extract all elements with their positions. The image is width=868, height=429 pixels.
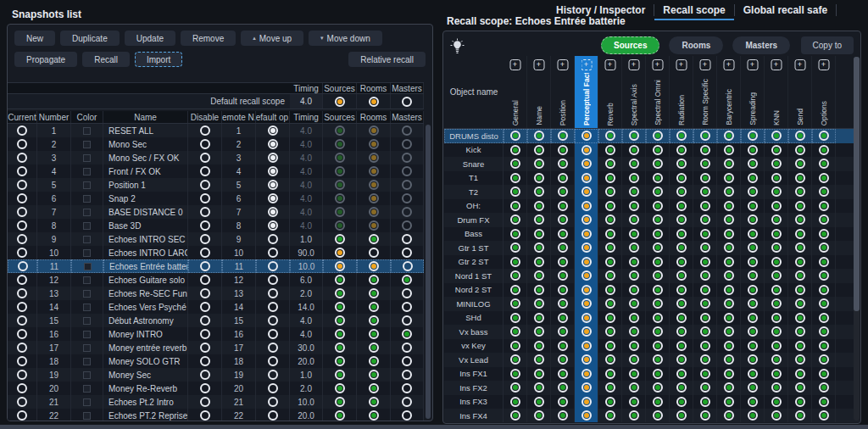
scope-dot[interactable] — [581, 298, 592, 309]
scope-dot[interactable] — [581, 410, 592, 421]
matrix-scrollbar[interactable] — [854, 57, 860, 421]
scope-dot[interactable] — [748, 145, 758, 155]
scope-dot[interactable] — [795, 341, 805, 351]
relative-recall-button[interactable]: Relative recall — [348, 52, 426, 67]
scope-dot[interactable] — [676, 257, 687, 267]
scope-dot[interactable] — [676, 131, 687, 141]
scope-dot[interactable] — [700, 257, 710, 267]
scope-dot[interactable] — [605, 131, 615, 141]
rooms-scope-dot[interactable] — [369, 193, 379, 203]
scope-dot[interactable] — [819, 187, 829, 197]
current-radio[interactable] — [17, 383, 27, 393]
snapshot-row[interactable]: 6Snap 264.0 — [8, 192, 424, 205]
current-radio[interactable] — [17, 288, 27, 298]
current-radio[interactable] — [17, 234, 27, 244]
current-radio[interactable] — [17, 153, 27, 163]
default-op-radio[interactable] — [268, 220, 278, 231]
scope-dot[interactable] — [700, 145, 710, 155]
scope-dot[interactable] — [629, 214, 639, 225]
disable-radio[interactable] — [200, 315, 210, 326]
scope-dot[interactable] — [748, 257, 758, 267]
scope-dot[interactable] — [558, 187, 568, 197]
masters-scope-dot[interactable] — [402, 139, 412, 149]
sources-scope-dot[interactable] — [335, 180, 345, 190]
sources-scope-dot[interactable] — [335, 207, 345, 217]
scope-dot[interactable] — [653, 229, 663, 239]
scope-dot[interactable] — [795, 242, 805, 253]
matrix-row[interactable]: vx Key — [444, 339, 860, 354]
scope-dot[interactable] — [748, 382, 758, 393]
current-radio[interactable] — [18, 261, 28, 271]
disable-radio[interactable] — [200, 302, 210, 312]
scope-dot[interactable] — [558, 131, 568, 141]
scope-dot[interactable] — [510, 242, 520, 253]
matrix-row[interactable]: SHd — [444, 311, 860, 326]
scope-dot[interactable] — [700, 214, 710, 225]
scope-dot[interactable] — [653, 285, 663, 295]
scope-dot[interactable] — [605, 187, 615, 197]
sources-scope-dot[interactable] — [335, 234, 345, 244]
scope-dot[interactable] — [534, 313, 544, 323]
masters-scope-dot[interactable] — [402, 370, 412, 380]
scope-dot[interactable] — [771, 313, 782, 323]
update-button[interactable]: Update — [125, 31, 175, 46]
masters-scope-dot[interactable] — [402, 180, 412, 190]
scope-dot[interactable] — [771, 298, 782, 309]
scope-dot[interactable] — [653, 298, 663, 309]
color-swatch[interactable] — [83, 141, 91, 148]
masters-scope-dot[interactable] — [402, 302, 412, 312]
scope-dot[interactable] — [748, 326, 758, 337]
snapshot-row[interactable]: 15Début Astronomy154.0 — [8, 314, 424, 327]
masters-scope-dot[interactable] — [402, 125, 412, 136]
scope-dot[interactable] — [653, 410, 663, 421]
scope-dot[interactable] — [629, 270, 639, 281]
scope-dot[interactable] — [605, 313, 615, 323]
scope-dot[interactable] — [510, 285, 520, 295]
rooms-scope-dot[interactable] — [369, 302, 379, 312]
sources-scope-dot[interactable] — [335, 139, 345, 149]
scope-dot[interactable] — [748, 187, 758, 197]
scope-dot[interactable] — [700, 298, 710, 309]
scope-dot[interactable] — [605, 326, 615, 337]
sources-scope-dot[interactable] — [335, 220, 345, 231]
scope-dot[interactable] — [748, 173, 758, 183]
scope-dot[interactable] — [605, 285, 615, 295]
masters-scope-dot[interactable] — [402, 383, 412, 393]
scope-dot[interactable] — [819, 214, 829, 225]
scope-dot[interactable] — [605, 410, 615, 421]
scope-dot[interactable] — [558, 298, 568, 309]
scope-dot[interactable] — [748, 397, 758, 407]
disable-radio[interactable] — [200, 410, 210, 421]
rooms-scope-dot[interactable] — [369, 261, 379, 271]
scope-dot[interactable] — [510, 298, 520, 309]
scope-dot[interactable] — [724, 298, 734, 309]
scope-dot[interactable] — [795, 229, 805, 239]
scope-dot[interactable] — [558, 242, 568, 253]
current-radio[interactable] — [17, 180, 27, 190]
scope-dot[interactable] — [581, 369, 592, 379]
snapshot-row[interactable]: 18Money SOLO GTR1820.0 — [8, 354, 424, 368]
color-swatch[interactable] — [83, 127, 91, 135]
disable-radio[interactable] — [200, 329, 210, 339]
scope-dot[interactable] — [581, 397, 592, 407]
color-swatch[interactable] — [83, 195, 91, 203]
masters-scope-dot[interactable] — [402, 234, 412, 244]
current-radio[interactable] — [17, 207, 27, 217]
tab-recall-scope[interactable]: Recall scope — [654, 1, 733, 20]
scope-dot[interactable] — [771, 397, 782, 407]
scope-dot[interactable] — [819, 257, 829, 267]
scope-dot[interactable] — [819, 131, 829, 141]
scope-dot[interactable] — [748, 354, 758, 365]
snapshot-row[interactable]: 12Echoes Guitare solo Milieu126.0 — [8, 273, 424, 287]
matrix-row[interactable]: T2 — [444, 185, 860, 199]
matrix-row[interactable]: Snare — [444, 157, 860, 171]
add-spectral-omni-button[interactable]: + — [652, 59, 663, 70]
sources-scope-dot[interactable] — [335, 410, 345, 421]
matrix-row[interactable]: Ins FX3 — [444, 395, 860, 410]
scope-dot[interactable] — [402, 97, 412, 107]
scope-dot[interactable] — [748, 410, 758, 421]
copy-to-button[interactable]: Copy to — [801, 36, 854, 54]
disable-radio[interactable] — [200, 220, 210, 231]
scope-dot[interactable] — [605, 397, 615, 407]
masters-scope-dot[interactable] — [402, 166, 412, 176]
